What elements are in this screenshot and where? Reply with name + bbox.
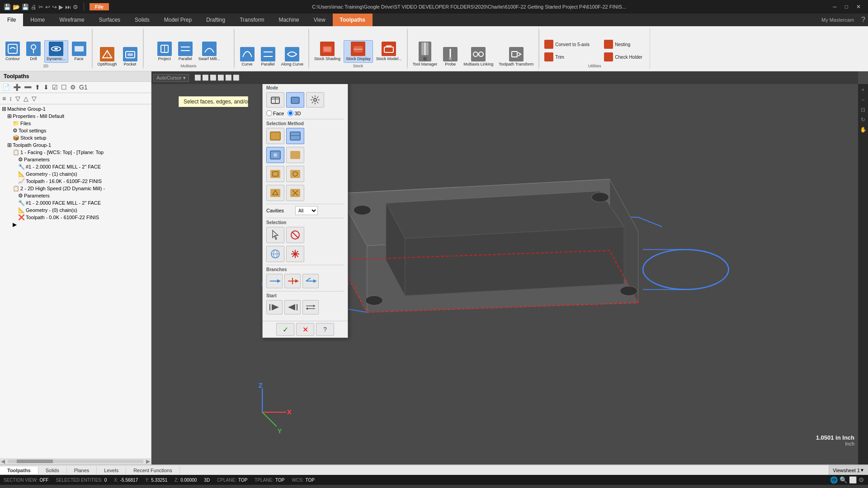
trim-button[interactable]: Trim bbox=[542, 51, 601, 63]
minimize-button[interactable]: ─ bbox=[829, 3, 840, 11]
ok-button[interactable]: ✓ bbox=[276, 323, 294, 336]
branch-btn-3[interactable] bbox=[302, 274, 319, 288]
tree-item-geometry-1[interactable]: 📐 Geometry - (1) chain(s) bbox=[1, 170, 150, 178]
tree-item-toolpath-2[interactable]: ❌ Toolpath - 0.0K - 6100F-22 FINIS bbox=[1, 214, 150, 221]
select-all-icon[interactable]: ☑ bbox=[51, 83, 59, 92]
tool-manager-button[interactable]: Tool Manager bbox=[410, 40, 440, 68]
3d-radio-label[interactable]: 3D bbox=[288, 110, 301, 116]
tree-item-tool-settings[interactable]: ⚙ Tool settings bbox=[1, 127, 150, 134]
mode-btn-outline[interactable] bbox=[266, 92, 284, 108]
tab-wireframe[interactable]: Wireframe bbox=[52, 14, 91, 26]
stock-model-button[interactable]: Stock Model... bbox=[374, 40, 404, 63]
help-button[interactable]: ? bbox=[316, 323, 334, 336]
sel-method-btn-2[interactable] bbox=[286, 128, 304, 144]
tab-drafting[interactable]: Drafting bbox=[199, 14, 232, 26]
sel-no-btn[interactable] bbox=[286, 227, 304, 243]
face-button[interactable]: Face bbox=[69, 40, 89, 63]
mode-btn-solid[interactable] bbox=[286, 92, 304, 108]
sel-method-btn-7[interactable] bbox=[266, 185, 284, 201]
dynamic-button[interactable]: Dynamic... bbox=[44, 40, 68, 63]
move-up-icon[interactable]: △ bbox=[22, 94, 30, 103]
zoom-out-btn[interactable]: − bbox=[860, 96, 865, 104]
run-icon[interactable]: ▶ bbox=[59, 4, 63, 10]
face-radio-label[interactable]: Face bbox=[266, 110, 284, 116]
my-mastercam[interactable]: My Mastercam bbox=[817, 14, 859, 26]
tree-item-params-1[interactable]: ⚙ Parameters bbox=[1, 156, 150, 163]
curve-button[interactable]: Curve bbox=[237, 46, 257, 68]
redo-icon[interactable]: ↪ bbox=[52, 4, 57, 10]
tree-item-files[interactable]: 📁 Files bbox=[1, 120, 150, 127]
autocursor-button[interactable]: AutoCursor ▾ bbox=[153, 74, 189, 82]
panel-scrollbar[interactable]: ◀ ▶ bbox=[0, 458, 151, 465]
new-icon[interactable]: 📄 bbox=[1, 83, 11, 92]
runall-icon[interactable]: ⏭ bbox=[65, 4, 71, 10]
pocket-button[interactable]: Pocket bbox=[120, 46, 140, 68]
probe-button[interactable]: Probe bbox=[440, 46, 460, 68]
multiaxis-linking-button[interactable]: Multiaxis Linking bbox=[461, 46, 495, 68]
collapse-icon[interactable]: ➖ bbox=[23, 83, 33, 92]
tree-item-properties[interactable]: ⊞ Properties - Mill Default bbox=[1, 113, 150, 120]
scroll-track[interactable] bbox=[8, 460, 143, 463]
nesting-button[interactable]: Nesting bbox=[602, 38, 647, 50]
move-down-icon[interactable]: ▽ bbox=[30, 94, 38, 103]
tab-view[interactable]: View bbox=[307, 14, 333, 26]
save-icon[interactable]: 💾 bbox=[4, 4, 11, 10]
settings-icon[interactable]: ⚙ bbox=[73, 4, 78, 10]
rotate-btn[interactable]: ↻ bbox=[860, 116, 866, 124]
convert-5axis-button[interactable]: Convert to 5-axis bbox=[542, 38, 601, 50]
help-icon[interactable]: ? bbox=[859, 14, 868, 26]
g1-icon[interactable]: G1 bbox=[78, 83, 89, 92]
tab-toolpaths[interactable]: Toolpaths bbox=[333, 14, 373, 26]
face-radio[interactable] bbox=[266, 110, 272, 116]
tree-item-dynamic[interactable]: 📋 2 - 2D High Speed (2D Dynamic Mill) - bbox=[1, 185, 150, 192]
deselect-icon[interactable]: ☐ bbox=[60, 83, 68, 92]
start-last-btn[interactable] bbox=[284, 300, 301, 314]
status-config-icon[interactable]: ⚙ bbox=[859, 476, 864, 483]
view-btn-1[interactable]: ⬜ bbox=[194, 75, 201, 81]
down-icon[interactable]: ⬇ bbox=[42, 83, 50, 92]
viewsheet-dropdown-btn[interactable]: ▼ bbox=[860, 468, 864, 473]
along-curve-button[interactable]: Along Curve bbox=[279, 46, 306, 68]
solid-chaining-dialog[interactable]: Solid Chaining ✕ Mode bbox=[262, 71, 348, 338]
mode-btn-settings[interactable] bbox=[306, 92, 324, 108]
save2-icon[interactable]: 💾 bbox=[22, 4, 29, 10]
drill-button[interactable]: Drill bbox=[24, 40, 43, 63]
optirough-button[interactable]: OptiRough bbox=[95, 46, 119, 68]
sel-asterisk-btn[interactable] bbox=[286, 246, 304, 262]
fit-btn[interactable]: ⊡ bbox=[860, 106, 866, 114]
tree-item-tool-1[interactable]: 🔧 #1 - 2.0000 FACE MILL - 2" FACE bbox=[1, 163, 150, 170]
zoom-in-btn[interactable]: + bbox=[860, 86, 865, 94]
tab-recent-bottom[interactable]: Recent Functions bbox=[126, 467, 180, 474]
tab-toolpaths-bottom[interactable]: Toolpaths bbox=[0, 467, 38, 474]
toolpath-transform-button[interactable]: Toolpath Transform bbox=[496, 46, 536, 68]
sel-cursor-btn[interactable] bbox=[266, 227, 284, 243]
view-btn-2[interactable]: ⬜ bbox=[202, 75, 209, 81]
tab-solids[interactable]: Solids bbox=[127, 14, 157, 26]
properties-icon[interactable]: ⚙ bbox=[69, 83, 77, 92]
stock-shading-button[interactable]: Stock Shading bbox=[312, 40, 343, 63]
tab-solids-bottom[interactable]: Solids bbox=[38, 467, 67, 474]
status-zoom-icon[interactable]: 🔍 bbox=[840, 476, 847, 483]
project-button[interactable]: Project bbox=[155, 40, 175, 63]
cut-icon[interactable]: ✂ bbox=[38, 4, 43, 10]
sel-method-btn-8[interactable] bbox=[286, 185, 304, 201]
branch-btn-1[interactable] bbox=[266, 274, 283, 288]
tab-file[interactable]: File bbox=[0, 14, 23, 26]
view-btn-5[interactable]: ⬜ bbox=[225, 75, 232, 81]
check-holder-button[interactable]: Check Holder bbox=[602, 51, 647, 63]
maximize-button[interactable]: □ bbox=[841, 3, 852, 11]
tab-planes-bottom[interactable]: Planes bbox=[67, 467, 97, 474]
sel-globe-btn[interactable] bbox=[266, 246, 284, 262]
scroll-thumb[interactable] bbox=[17, 460, 53, 463]
tab-transform[interactable]: Transform bbox=[232, 14, 271, 26]
sel-method-btn-6[interactable] bbox=[286, 166, 304, 182]
view-btn-6[interactable]: ⬜ bbox=[233, 75, 240, 81]
sel-method-btn-5[interactable] bbox=[266, 166, 284, 182]
tab-machine[interactable]: Machine bbox=[271, 14, 306, 26]
branch-btn-2[interactable] bbox=[284, 274, 301, 288]
3d-radio[interactable] bbox=[288, 110, 293, 116]
view-btn-4[interactable]: ⬜ bbox=[217, 75, 224, 81]
status-globe-icon[interactable]: 🌐 bbox=[830, 476, 838, 483]
sel-method-btn-1[interactable] bbox=[266, 128, 284, 144]
sel-method-btn-3[interactable] bbox=[266, 147, 284, 163]
